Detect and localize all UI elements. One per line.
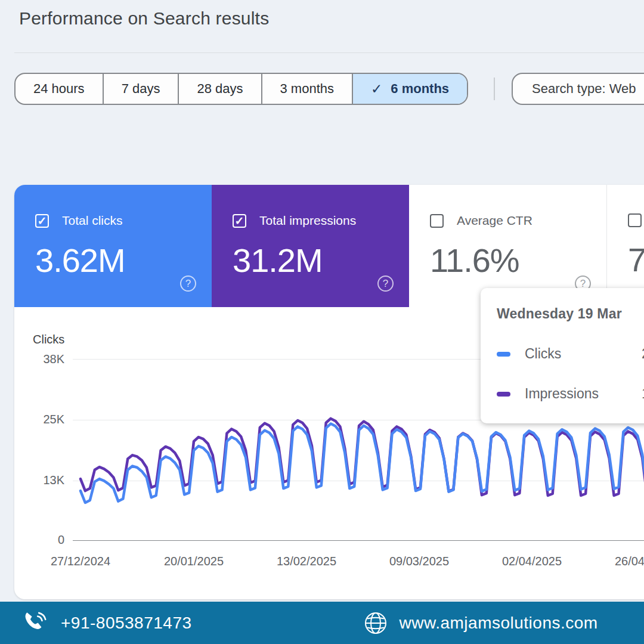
tab-label: 28 days: [197, 81, 243, 97]
help-icon[interactable]: ?: [377, 275, 394, 292]
filters-divider: [494, 78, 495, 100]
search-type-label: Search type: Web: [532, 81, 636, 97]
checkbox-checked-icon[interactable]: ✓: [233, 214, 246, 228]
y-tick: 0: [35, 533, 64, 547]
tooltip-label: Clicks: [525, 346, 637, 362]
x-tick: 09/03/2025: [389, 555, 449, 568]
card-label: Total impressions: [259, 213, 356, 228]
page-title: Performance on Search results: [19, 8, 269, 29]
y-tick: 13K: [35, 473, 64, 487]
tab-24-hours[interactable]: 24 hours: [16, 74, 104, 104]
x-tick: 20/01/2025: [164, 555, 224, 568]
phone-icon: [20, 608, 50, 638]
y-tick: 38K: [35, 352, 64, 366]
tab-3-months[interactable]: 3 months: [262, 74, 354, 104]
card-label: Total clicks: [62, 213, 123, 228]
help-icon[interactable]: ?: [180, 275, 196, 292]
date-range-tabbar: 24 hours 7 days 28 days 3 months ✓ 6 mon…: [14, 73, 468, 105]
tooltip-row-clicks: Clicks 21: [497, 346, 644, 362]
x-tick: 26/04/2025: [615, 555, 644, 568]
tab-label: 7 days: [122, 81, 160, 97]
y-axis-title: Clicks: [33, 333, 64, 346]
x-tick: 02/04/2025: [502, 555, 562, 568]
impressions-legend-dash-icon: [497, 392, 510, 397]
performance-page: { "header": { "title": "Performance on S…: [0, 0, 644, 644]
card-value: 7: [628, 240, 644, 279]
card-total-impressions[interactable]: ✓ Total impressions 31.2M ?: [212, 185, 409, 307]
tooltip-value: 171: [642, 386, 644, 402]
card-label: Average CTR: [457, 213, 532, 228]
x-tick: 13/02/2025: [277, 555, 336, 568]
tooltip-label: Impressions: [525, 386, 637, 402]
tab-label: 6 months: [391, 81, 449, 97]
tooltip-value: 21: [642, 346, 644, 362]
checkbox-checked-icon[interactable]: ✓: [35, 214, 49, 228]
card-value: 11.6%: [430, 241, 606, 280]
card-value: 31.2M: [233, 241, 409, 280]
website-url: www.amjamsolutions.com: [400, 614, 598, 633]
contact-footer: +91-8053871473 www.amjamsolutions.com: [0, 602, 644, 644]
clicks-legend-dash-icon: [497, 352, 510, 357]
footer-phone: +91-8053871473: [20, 608, 192, 638]
y-tick: 25K: [35, 413, 64, 426]
tab-7-days[interactable]: 7 days: [104, 74, 179, 104]
card-total-clicks[interactable]: ✓ Total clicks 3.62M ?: [14, 185, 212, 307]
tooltip-date: Wednesday 19 Mar: [497, 306, 644, 322]
checkbox-unchecked-icon[interactable]: [430, 214, 444, 228]
globe-icon: [363, 610, 389, 636]
tab-label: 24 hours: [33, 81, 85, 97]
tab-label: 3 months: [280, 81, 335, 97]
chart-tooltip: Wednesday 19 Mar Clicks 21 Impressions 1…: [481, 288, 644, 423]
phone-number: +91-8053871473: [61, 614, 192, 633]
tab-6-months[interactable]: ✓ 6 months: [353, 74, 467, 104]
tab-28-days[interactable]: 28 days: [179, 74, 262, 104]
footer-website: www.amjamsolutions.com: [363, 610, 598, 636]
check-icon: ✓: [371, 81, 382, 97]
tooltip-row-impressions: Impressions 171: [497, 386, 644, 402]
x-tick: 27/12/2024: [51, 555, 110, 568]
checkbox-unchecked-icon[interactable]: [628, 213, 642, 227]
header-divider: [14, 52, 644, 53]
search-type-button[interactable]: Search type: Web: [512, 73, 644, 105]
card-value: 3.62M: [35, 241, 212, 280]
